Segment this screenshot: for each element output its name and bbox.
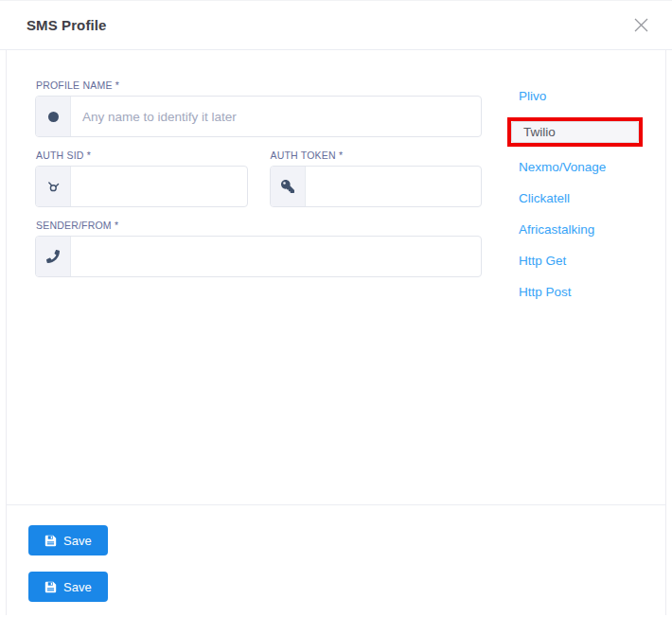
provider-link-twilio-selected[interactable]: Twilio xyxy=(511,121,639,143)
key-icon xyxy=(281,180,294,193)
save-icon xyxy=(44,581,57,593)
provider-link-plivo[interactable]: Plivo xyxy=(507,86,643,107)
auth-sid-prefix xyxy=(36,167,71,206)
sid-icon xyxy=(46,180,61,194)
save-button-secondary[interactable]: Save xyxy=(28,572,108,602)
modal-content: PROFILE NAME * AUTH SID * xyxy=(6,50,666,615)
close-icon xyxy=(633,17,649,33)
modal-body: PROFILE NAME * AUTH SID * xyxy=(7,50,665,504)
profile-name-field-group: PROFILE NAME * xyxy=(35,79,482,137)
sender-from-field-group: SENDER/FROM * xyxy=(35,220,482,277)
provider-link-http-post[interactable]: Http Post xyxy=(507,282,643,303)
red-highlight-box: Twilio xyxy=(507,117,643,147)
sms-profile-modal: SMS Profile PROFILE NAME * xyxy=(0,0,672,615)
profile-name-label: PROFILE NAME * xyxy=(36,79,482,91)
provider-link-africastalking[interactable]: Africastalking xyxy=(507,220,643,240)
profile-name-input-group xyxy=(35,96,482,137)
save-button-label: Save xyxy=(63,580,92,594)
modal-footer: Save Save xyxy=(7,505,665,602)
auth-token-prefix xyxy=(271,167,306,206)
auth-sid-field-group: AUTH SID * xyxy=(35,150,248,207)
auth-row: AUTH SID * xyxy=(35,150,482,207)
sender-from-label: SENDER/FROM * xyxy=(36,220,482,231)
circle-icon xyxy=(48,112,59,122)
profile-name-prefix xyxy=(36,97,71,136)
save-button-label: Save xyxy=(63,534,92,548)
close-button[interactable] xyxy=(631,15,651,35)
auth-token-input-group xyxy=(270,166,483,207)
sender-from-input[interactable] xyxy=(71,237,481,276)
provider-link-http-get[interactable]: Http Get xyxy=(507,251,643,272)
sender-from-prefix xyxy=(36,237,71,276)
sender-from-input-group xyxy=(35,236,482,277)
provider-link-nexmo-vonage[interactable]: Nexmo/Vonage xyxy=(507,157,643,178)
phone-icon xyxy=(46,250,60,263)
provider-link-clickatell[interactable]: Clickatell xyxy=(507,188,643,209)
auth-sid-input-group xyxy=(35,166,248,207)
auth-sid-label: AUTH SID * xyxy=(36,150,248,161)
auth-sid-input[interactable] xyxy=(71,167,247,206)
save-button[interactable]: Save xyxy=(28,525,108,555)
modal-title: SMS Profile xyxy=(27,17,106,33)
modal-header: SMS Profile xyxy=(0,0,672,50)
save-icon xyxy=(44,535,57,547)
sms-profile-form: PROFILE NAME * AUTH SID * xyxy=(35,79,482,504)
provider-list: Plivo Twilio Nexmo/Vonage Clickatell Afr… xyxy=(507,79,643,504)
auth-token-label: AUTH TOKEN * xyxy=(271,150,483,161)
auth-token-input[interactable] xyxy=(306,167,482,206)
profile-name-input[interactable] xyxy=(71,97,481,136)
auth-token-field-group: AUTH TOKEN * xyxy=(270,150,483,207)
